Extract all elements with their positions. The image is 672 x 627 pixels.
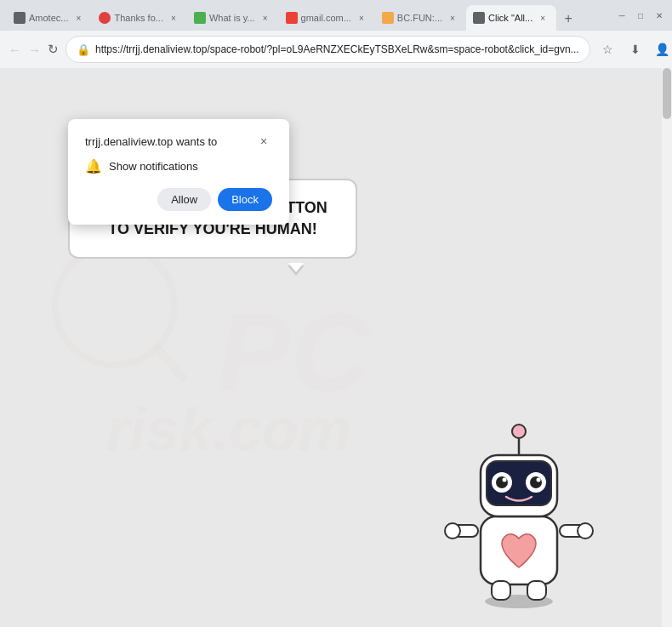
tab-favicon-amotec [14, 12, 26, 24]
tab-favicon-thanks [99, 12, 111, 24]
tab-amotec[interactable]: Amotec... × [7, 5, 92, 31]
reload-button[interactable]: ↻ [48, 37, 59, 61]
tab-close-thanks[interactable]: × [167, 11, 180, 25]
popup-close-button[interactable]: × [255, 133, 272, 150]
new-tab-button[interactable]: + [556, 7, 580, 31]
svg-point-0 [55, 246, 174, 365]
tab-close-what[interactable]: × [259, 11, 272, 25]
popup-permission-row: 🔔 Show notifications [85, 158, 272, 174]
window-controls: ─ □ ✕ [616, 9, 665, 21]
bell-icon: 🔔 [85, 158, 102, 174]
svg-point-9 [578, 523, 593, 539]
svg-point-14 [512, 425, 526, 438]
url-text: https://trrjj.denaliview.top/space-robot… [95, 43, 579, 55]
tab-label-gmail: gmail.com... [301, 13, 351, 23]
tab-favicon-clickall [473, 12, 485, 24]
tab-close-bcfun[interactable]: × [446, 11, 459, 25]
svg-point-20 [503, 478, 507, 482]
tab-bar: Amotec... × Thanks fo... × What is y... … [7, 0, 609, 31]
svg-point-8 [445, 523, 460, 539]
tab-what[interactable]: What is y... × [187, 5, 279, 31]
popup-title: trrjj.denaliview.top wants to [85, 135, 217, 148]
tab-close-amotec[interactable]: × [71, 11, 85, 25]
notification-popup: trrjj.denaliview.top wants to × 🔔 Show n… [68, 119, 289, 225]
tab-close-gmail[interactable]: × [355, 11, 368, 25]
svg-point-19 [530, 476, 542, 488]
svg-line-1 [157, 348, 183, 378]
tab-close-clickall[interactable]: × [536, 11, 550, 25]
allow-button[interactable]: Allow [157, 188, 211, 211]
svg-point-21 [537, 478, 541, 482]
profile-button[interactable]: 👤 [652, 38, 672, 60]
tab-gmail[interactable]: gmail.com... × [279, 5, 375, 31]
tab-clickall[interactable]: Click "All... × [466, 5, 556, 31]
address-bar[interactable]: 🔒 https://trrjj.denaliview.top/space-rob… [65, 36, 590, 63]
svg-text:risk.com: risk.com [106, 396, 351, 463]
popup-header: trrjj.denaliview.top wants to × [85, 133, 272, 150]
address-actions: ☆ ⬇ 👤 ⋮ [597, 37, 672, 61]
page-content: PC risk.com PRESS THE "ALLOW" BUTTON TO … [0, 68, 672, 627]
scrollbar[interactable] [662, 68, 672, 627]
svg-point-18 [496, 476, 508, 488]
tab-favicon-what [194, 12, 206, 24]
svg-rect-10 [492, 581, 510, 600]
tab-label-what: What is y... [209, 13, 255, 23]
address-bar-row: ← → ↻ 🔒 https://trrjj.denaliview.top/spa… [0, 31, 672, 68]
bookmark-button[interactable]: ☆ [597, 38, 619, 60]
block-button[interactable]: Block [218, 188, 272, 211]
scrollbar-thumb[interactable] [663, 68, 671, 119]
back-button[interactable]: ← [9, 37, 21, 61]
tab-bcfun[interactable]: BC.FUN:... × [375, 5, 466, 31]
title-bar: Amotec... × Thanks fo... × What is y... … [0, 0, 672, 31]
lock-icon: 🔒 [77, 43, 90, 56]
maximize-button[interactable]: □ [635, 9, 646, 21]
robot-svg [434, 406, 604, 610]
tab-favicon-gmail [286, 12, 298, 24]
tab-label-clickall: Click "All... [488, 13, 532, 23]
robot-character [434, 406, 604, 610]
tab-thanks[interactable]: Thanks fo... × [92, 5, 186, 31]
download-button[interactable]: ⬇ [624, 38, 646, 60]
tab-label-thanks: Thanks fo... [114, 13, 162, 23]
close-window-button[interactable]: ✕ [653, 9, 665, 21]
svg-text:PC: PC [217, 290, 373, 414]
popup-permission-label: Show notifications [109, 160, 198, 173]
minimize-button[interactable]: ─ [616, 9, 628, 21]
svg-rect-11 [527, 581, 546, 600]
tab-label-amotec: Amotec... [29, 13, 68, 23]
popup-buttons: Allow Block [85, 188, 272, 211]
browser-window: Amotec... × Thanks fo... × What is y... … [0, 0, 672, 627]
tab-label-bcfun: BC.FUN:... [397, 13, 442, 23]
forward-button[interactable]: → [28, 37, 41, 61]
tab-favicon-bcfun [382, 12, 394, 24]
